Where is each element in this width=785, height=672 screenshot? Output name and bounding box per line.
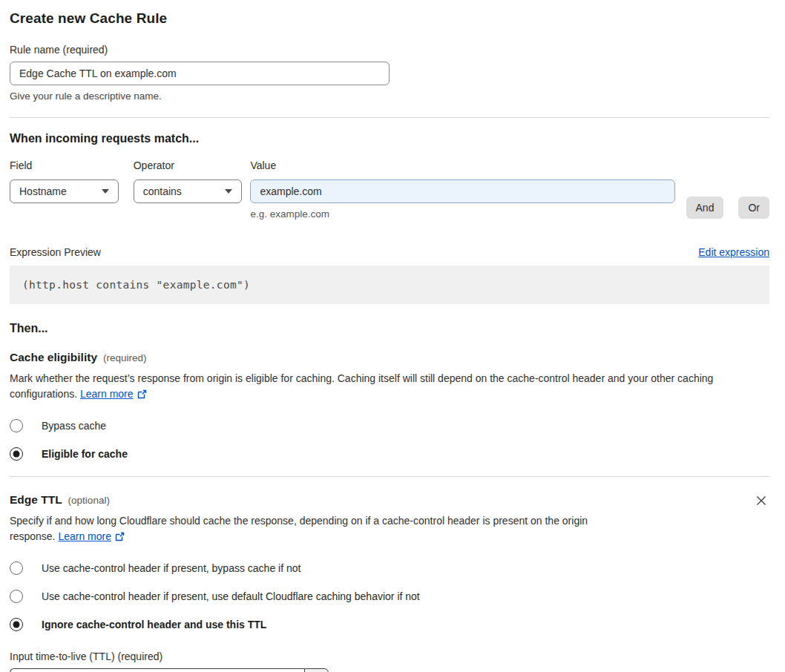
ttl-dropdown-button[interactable] [304, 668, 329, 672]
value-label: Value [250, 159, 674, 171]
ttl-label: Input time-to-live (TTL) (required) [10, 650, 769, 662]
expression-preview-label: Expression Preview [10, 246, 101, 258]
divider [10, 476, 769, 477]
radio-option-bypass-cache[interactable]: Bypass cache [10, 419, 769, 432]
close-button[interactable] [753, 493, 769, 510]
radio-icon [10, 590, 23, 603]
field-label: Field [10, 159, 119, 171]
field-select-value: Hostname [19, 185, 67, 197]
rule-name-label: Rule name (required) [10, 44, 769, 56]
then-heading: Then... [10, 322, 769, 335]
external-link-icon [137, 388, 147, 403]
operator-select[interactable]: contains [134, 179, 243, 203]
radio-option-eligible-for-cache[interactable]: Eligible for cache [10, 447, 769, 461]
radio-option-ignore-header-use-ttl[interactable]: Ignore cache-control header and use this… [10, 618, 769, 631]
cache-eligibility-description: Mark whether the request’s response from… [10, 371, 761, 403]
ttl-select[interactable]: 1 day [10, 668, 329, 672]
learn-more-link[interactable]: Learn more [80, 388, 134, 400]
radio-option-use-header-default[interactable]: Use cache-control header if present, use… [10, 590, 769, 603]
close-icon [755, 494, 768, 507]
edit-expression-link[interactable]: Edit expression [698, 246, 769, 258]
operator-label: Operator [134, 159, 243, 171]
radio-icon [10, 447, 23, 461]
page-title: Create new Cache Rule [10, 10, 769, 27]
external-link-icon [115, 530, 125, 546]
rule-name-helper: Give your rule a descriptive name. [10, 90, 769, 102]
edge-ttl-description: Specify if and how long Cloudflare shoul… [10, 513, 633, 546]
ttl-select-value: 1 day [10, 668, 304, 672]
expression-code: (http.host contains "example.com") [10, 266, 769, 304]
rule-name-input[interactable] [10, 62, 390, 85]
radio-icon [10, 561, 23, 575]
ttl-field: Input time-to-live (TTL) (required) 1 da… [10, 650, 769, 672]
radio-icon [10, 419, 23, 432]
match-section: When incoming requests match... Field Ho… [10, 132, 769, 304]
cache-eligibility-heading: Cache eligibility [10, 351, 97, 364]
or-button[interactable]: Or [738, 197, 769, 219]
required-note: (required) [103, 352, 147, 363]
chevron-down-icon [102, 189, 109, 194]
chevron-down-icon [225, 189, 232, 194]
value-helper: e.g. example.com [250, 208, 674, 220]
edge-ttl-heading: Edge TTL [10, 493, 62, 507]
match-heading: When incoming requests match... [10, 132, 769, 145]
operator-select-value: contains [143, 185, 182, 197]
edge-ttl-section: Edge TTL (optional) Specify if and how l… [10, 493, 769, 672]
optional-note: (optional) [68, 495, 110, 506]
learn-more-link[interactable]: Learn more [58, 530, 111, 542]
radio-icon [10, 618, 23, 631]
field-select[interactable]: Hostname [10, 179, 119, 203]
divider [10, 117, 769, 118]
and-button[interactable]: And [686, 197, 724, 219]
cache-eligibility-section: Cache eligibility (required) Mark whethe… [10, 351, 769, 461]
radio-option-use-header-bypass[interactable]: Use cache-control header if present, byp… [10, 561, 769, 575]
create-cache-rule-form: Create new Cache Rule Rule name (require… [0, 0, 785, 672]
rule-name-field: Rule name (required) Give your rule a de… [10, 44, 769, 102]
value-input[interactable] [250, 179, 674, 203]
condition-row: Field Hostname Operator contains Value e… [10, 159, 769, 220]
